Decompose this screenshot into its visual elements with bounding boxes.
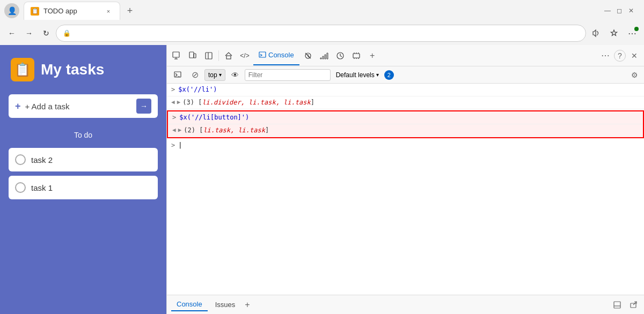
lock-icon: 🔒 (63, 29, 71, 37)
title-bar: 👤 📋 TODO app × + — ◻ ✕ (0, 0, 644, 21)
forward-button[interactable]: → (21, 26, 36, 41)
inspect-element-button[interactable] (169, 48, 184, 63)
minimize-button[interactable]: — (603, 6, 612, 15)
console-tab[interactable]: Console (253, 46, 299, 65)
network-button[interactable] (317, 48, 332, 63)
todo-item-label-task1: task 1 (31, 183, 53, 192)
close-devtools-button[interactable]: ✕ (627, 48, 642, 63)
svg-rect-10 (614, 302, 620, 308)
add-task-arrow-button[interactable]: → (136, 99, 151, 114)
toolbar-separator-1 (218, 50, 219, 61)
nav-right: ⋯ (588, 26, 640, 41)
svg-rect-1 (189, 52, 194, 58)
back-button[interactable]: ← (4, 26, 19, 41)
console-triangle-2[interactable]: ▶ (177, 99, 181, 106)
new-tab-button[interactable]: + (122, 3, 137, 18)
console-tab-label: Console (268, 51, 294, 59)
add-panel-button[interactable]: + (365, 48, 380, 63)
todo-app-title: My tasks (41, 61, 104, 78)
help-button[interactable]: ? (614, 50, 626, 62)
layout-button[interactable] (201, 48, 216, 63)
console-line-1: > $x('//li') (167, 84, 644, 96)
title-bar-left: 👤 📋 TODO app × + (4, 2, 603, 20)
more-tools-button[interactable]: ⋯ (598, 48, 613, 63)
tab-close-button[interactable]: × (104, 6, 113, 16)
profile-icon[interactable]: 👤 (4, 3, 19, 18)
window-close-button[interactable]: ✕ (627, 6, 635, 15)
top-dropdown-icon: ▾ (219, 72, 222, 78)
refresh-button[interactable]: ↻ (39, 26, 54, 41)
console-prompt-5: > (171, 141, 175, 149)
message-count: 2 (384, 70, 394, 80)
svg-rect-4 (226, 56, 231, 59)
browser-chrome: 👤 📋 TODO app × + — ◻ ✕ ← → ↻ 🔒 (0, 0, 644, 45)
add-task-label: + Add a task (25, 102, 132, 111)
console-triangle-4[interactable]: ▶ (178, 126, 182, 133)
devtools-panel: </> Console + ⋯ ? ✕ (166, 45, 644, 314)
todo-item-task1[interactable]: task 1 (9, 176, 158, 199)
tab-favicon: 📋 (31, 7, 39, 16)
top-selector-button[interactable]: top ▾ (204, 69, 225, 81)
highlighted-console-block: > $x('//li[button]') ◀ ▶ (2) [li.task, l… (167, 110, 644, 138)
close-bracket-4: ] (265, 126, 269, 134)
default-levels-button[interactable]: Default levels ▾ (333, 69, 382, 81)
main-content: 📋 My tasks + + Add a task → To do task 2… (0, 45, 644, 314)
nav-bar: ← → ↻ 🔒 ⋯ (0, 21, 644, 45)
todo-section-title: To do (0, 131, 166, 139)
todo-checkbox-task2[interactable] (15, 154, 26, 165)
devtools-toolbar: </> Console + ⋯ ? ✕ (167, 45, 644, 66)
active-tab[interactable]: 📋 TODO app × (24, 2, 120, 20)
console-filter-input[interactable] (245, 69, 331, 81)
todo-checkbox-task1[interactable] (15, 182, 26, 193)
bottom-tab-console[interactable]: Console (171, 298, 208, 311)
tab-title: TODO app (43, 7, 99, 15)
clear-console-button[interactable] (170, 68, 185, 83)
add-task-bar[interactable]: + + Add a task → (9, 94, 158, 118)
source-button[interactable]: </> (237, 48, 252, 63)
console-prompt-1: > (171, 86, 175, 93)
memory-button[interactable] (349, 48, 364, 63)
bottom-tab-issues[interactable]: Issues (210, 298, 241, 311)
console-cursor: | (178, 141, 182, 149)
more-button[interactable]: ⋯ (625, 26, 640, 41)
console-input-line[interactable]: > | (167, 139, 644, 151)
show-network-messages-button[interactable]: 👁 (228, 68, 243, 83)
restore-button[interactable]: ◻ (615, 6, 624, 15)
todo-item-task2[interactable]: task 2 (9, 148, 158, 171)
svg-rect-2 (194, 54, 196, 58)
console-line-2: ◀ ▶ (3) [li.divider, li.task, li.task] (167, 96, 644, 109)
debugger-button[interactable] (301, 48, 316, 63)
device-toggle-button[interactable] (185, 48, 200, 63)
block-filter-button[interactable]: ⊘ (187, 68, 202, 83)
svg-rect-5 (259, 52, 266, 57)
todo-item-label-task2: task 2 (31, 155, 53, 165)
items-text-4: li.task, li.task (203, 126, 265, 134)
title-bar-right: — ◻ ✕ (603, 6, 640, 15)
console-expand-4[interactable]: ◀ (172, 126, 176, 133)
dock-bottom-button[interactable] (611, 298, 624, 311)
console-output: > $x('//li') ◀ ▶ (3) [li.divider, li.tas… (167, 84, 644, 295)
read-aloud-button[interactable] (588, 26, 603, 41)
todo-header: 📋 My tasks (0, 45, 166, 90)
console-output-4: (2) [li.task, li.task] (184, 126, 269, 134)
console-toolbar: ⊘ top ▾ 👁 Default levels ▾ 2 ⚙ (167, 66, 644, 84)
items-text-2: li.divider, li.task, li.task (202, 99, 310, 106)
console-settings-button[interactable]: ⚙ (628, 69, 641, 81)
favorites-button[interactable] (606, 26, 621, 41)
console-expand-2[interactable]: ◀ (171, 99, 175, 106)
count-text-4: (2) [ (184, 126, 203, 134)
console-output-2: (3) [li.divider, li.task, li.task] (182, 99, 314, 106)
undock-button[interactable] (627, 298, 640, 311)
address-bar[interactable]: 🔒 (56, 25, 586, 42)
todo-sidebar: 📋 My tasks + + Add a task → To do task 2… (0, 45, 166, 314)
performance-button[interactable] (333, 48, 348, 63)
bottom-right-buttons (611, 298, 640, 311)
svg-rect-0 (173, 52, 179, 57)
top-selector-label: top (208, 71, 217, 79)
home-button[interactable] (221, 48, 236, 63)
svg-rect-11 (631, 303, 636, 308)
count-badge: 2 (384, 70, 394, 80)
close-bracket-2: ] (311, 99, 314, 106)
bottom-add-tab-button[interactable]: + (245, 300, 250, 310)
default-levels-icon: ▾ (376, 72, 379, 78)
